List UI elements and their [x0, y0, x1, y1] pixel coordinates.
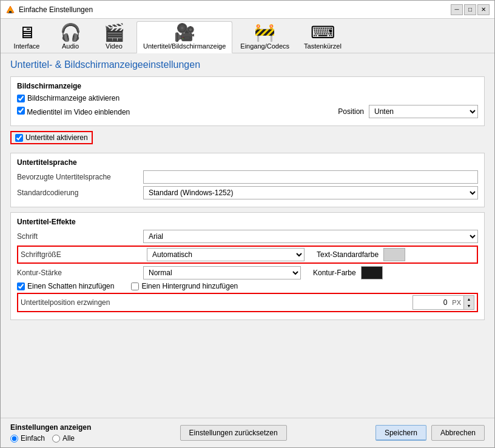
titlebar: Einfache Einstellungen ─ □ ✕ [1, 1, 494, 19]
bevorzugte-input[interactable] [143, 170, 478, 184]
schatten-row: Einen Schatten hinzufügen Einen Hintergr… [17, 282, 478, 290]
position-spinbox[interactable]: PX ▲ ▼ [412, 295, 474, 310]
tab-interface[interactable]: 🖥 Interface [5, 21, 48, 53]
cb-medientitel[interactable] [17, 107, 25, 115]
radio-alle-label[interactable]: Alle [52, 434, 75, 443]
schrift-label: Schrift [17, 232, 138, 241]
kontur-row: Kontur-Stärke Normal Dünn Dick Kontur-Fa… [17, 266, 478, 279]
untertitelsprache-label: Untertitelsprache [17, 158, 478, 167]
tastenkuerzel-icon: ⌨ [311, 24, 335, 41]
position-unit: PX [450, 299, 463, 306]
titlebar-left: Einfache Einstellungen [5, 5, 93, 15]
eingang-icon: 🚧 [254, 24, 275, 41]
tab-eingang-label: Eingang/Codecs [240, 42, 289, 50]
schriftgroesse-select[interactable]: Automatisch Klein Mittel Groß [147, 248, 305, 261]
window-title: Einfache Einstellungen [19, 5, 93, 14]
untertitel-icon: 🎥 [174, 24, 195, 41]
tab-untertitel[interactable]: 🎥 Untertitel/Bildschirmanzeige [136, 21, 232, 53]
effekte-label: Untertitel-Effekte [17, 218, 478, 226]
footer-left: Einstellungen anzeigen Einfach Alle [10, 423, 91, 443]
radio-alle[interactable] [52, 435, 60, 443]
save-button[interactable]: Speichern [375, 425, 426, 441]
cancel-button[interactable]: Abbrechen [431, 425, 485, 441]
effekte-section: Untertitel-Effekte Schrift Arial Times N… [10, 212, 485, 320]
svg-rect-2 [8, 13, 13, 13]
standardcodierung-row: Standardcodierung Standard (Windows-1252… [17, 186, 478, 199]
position-label: Position [338, 107, 364, 116]
bildschirmanzeige-section: Bildschirmanzeige Bildschirmanzeige akti… [10, 76, 485, 126]
kontur-farbe-label: Kontur-Farbe [313, 269, 356, 277]
tab-eingang[interactable]: 🚧 Eingang/Codecs [234, 21, 296, 53]
bevorzugte-row: Bevorzugte Untertitelsprache [17, 170, 478, 184]
maximize-button[interactable]: □ [464, 4, 476, 15]
standardcodierung-select[interactable]: Standard (Windows-1252) UTF-8 ISO-8859-1 [143, 186, 478, 199]
schrift-row: Schrift Arial Times New Roman Courier Ne… [17, 230, 478, 243]
cb2-position-row: Medientitel im Video einblenden Position… [17, 105, 478, 118]
schriftgroesse-row: SchriftgrößE Automatisch Klein Mittel Gr… [17, 246, 478, 264]
tab-tastenkuerzel-label: Tastenkürzel [304, 42, 342, 50]
spinbox-buttons: ▲ ▼ [463, 296, 474, 309]
standardcodierung-label: Standardcodierung [17, 189, 138, 197]
untertitel-cb-row: Untertitel aktivieren [10, 131, 93, 144]
close-button[interactable]: ✕ [477, 4, 490, 15]
main-content: Untertitel- & Bildschirmanzeigeeinstellu… [1, 53, 494, 418]
kontur-color-swatch[interactable] [361, 266, 383, 279]
tab-audio-label: Audio [62, 42, 79, 50]
position-force-label: Untertitelposition erzwingen [21, 298, 142, 307]
cb1-label[interactable]: Bildschirmanzeige aktivieren [17, 94, 120, 102]
spinbox-up[interactable]: ▲ [464, 296, 474, 303]
position-select[interactable]: Unten Oben Links Rechts [369, 105, 478, 118]
cb2-label[interactable]: Medientitel im Video einblenden [17, 107, 130, 116]
tab-video-label: Video [106, 42, 123, 50]
untertitel-cb-label: Untertitel aktivieren [25, 133, 88, 142]
spinbox-down[interactable]: ▼ [464, 303, 474, 309]
schatten-label[interactable]: Einen Schatten hinzufügen [17, 282, 114, 290]
tab-audio[interactable]: 🎧 Audio [49, 21, 92, 53]
schriftgroesse-label: SchriftgrößE [21, 250, 142, 259]
main-window: Einfache Einstellungen ─ □ ✕ 🖥 Interface… [0, 0, 495, 448]
text-standardfarbe-label: Text-Standardfarbe [317, 250, 379, 259]
svg-rect-1 [9, 11, 12, 13]
vlc-icon [5, 5, 15, 15]
bildschirmanzeige-label: Bildschirmanzeige [17, 82, 478, 90]
hintergrund-label[interactable]: Einen Hintergrund hinzufügen [131, 282, 238, 290]
bevorzugte-label: Bevorzugte Untertitelsprache [17, 173, 138, 181]
position-spinbox-input[interactable] [413, 296, 450, 309]
footer: Einstellungen anzeigen Einfach Alle Eins… [1, 418, 494, 447]
cb-schatten[interactable] [17, 283, 25, 290]
tab-toolbar: 🖥 Interface 🎧 Audio 🎬 Video 🎥 Untertitel… [1, 19, 494, 53]
tab-untertitel-label: Untertitel/Bildschirmanzeige [143, 42, 226, 50]
tab-interface-label: Interface [14, 42, 40, 50]
tab-tastenkuerzel[interactable]: ⌨ Tastenkürzel [297, 21, 348, 53]
einstellungen-label: Einstellungen anzeigen [10, 423, 91, 432]
footer-center: Einstellungen zurücksetzen [180, 425, 287, 441]
video-icon: 🎬 [104, 24, 125, 41]
page-title: Untertitel- & Bildschirmanzeigeeinstellu… [10, 59, 485, 70]
tab-video[interactable]: 🎬 Video [93, 21, 135, 53]
cb-bildschirmanzeige[interactable] [17, 95, 25, 102]
minimize-button[interactable]: ─ [451, 4, 463, 15]
footer-right: Speichern Abbrechen [375, 425, 485, 441]
radio-einfach[interactable] [10, 435, 18, 443]
kontur-staerke-select[interactable]: Normal Dünn Dick [143, 266, 301, 279]
text-color-swatch[interactable] [383, 248, 405, 261]
reset-button[interactable]: Einstellungen zurücksetzen [180, 425, 287, 441]
cb-untertitel-aktivieren[interactable] [15, 134, 23, 142]
footer-radios: Einfach Alle [10, 434, 91, 443]
untertitelsprache-section: Untertitelsprache Bevorzugte Untertitels… [10, 153, 485, 207]
interface-icon: 🖥 [18, 24, 35, 41]
titlebar-buttons: ─ □ ✕ [451, 4, 490, 15]
position-force-row: Untertitelposition erzwingen PX ▲ ▼ [17, 293, 478, 312]
radio-einfach-label[interactable]: Einfach [10, 434, 45, 443]
schrift-select[interactable]: Arial Times New Roman Courier New Verdan… [143, 230, 478, 243]
kontur-staerke-label: Kontur-Stärke [17, 269, 138, 277]
cb-hintergrund[interactable] [131, 283, 139, 290]
cb1-row: Bildschirmanzeige aktivieren [17, 94, 478, 102]
audio-icon: 🎧 [60, 24, 81, 41]
